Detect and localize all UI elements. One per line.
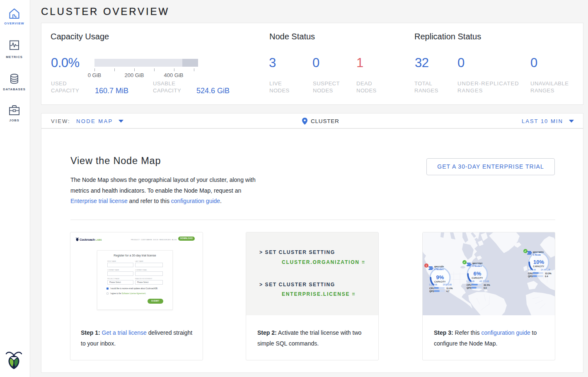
svg-text:CPU: CPU <box>429 287 434 290</box>
svg-text:QPS: QPS <box>429 290 434 292</box>
svg-text:43.7 GiB: 43.7 GiB <box>479 280 489 283</box>
svg-text:2 Nodes: 2 Nodes <box>472 265 482 267</box>
svg-text:3.7 GiB: 3.7 GiB <box>466 280 474 283</box>
svg-text:CPU: CPU <box>528 272 533 275</box>
svg-text:11.0%: 11.0% <box>446 287 452 290</box>
svg-text:1 Node: 1 Node <box>533 254 541 256</box>
svg-text:10%: 10% <box>533 259 544 265</box>
svg-text:geo=ams: geo=ams <box>533 251 544 253</box>
svg-text:✓: ✓ <box>463 261 466 264</box>
svg-text:4.7: 4.7 <box>446 290 450 292</box>
svg-text:QPS: QPS <box>467 287 472 289</box>
svg-text:CPU: CPU <box>467 284 472 286</box>
svg-text:!: ! <box>426 264 427 267</box>
svg-text:geo=sfo: geo=sfo <box>434 265 444 268</box>
svg-text:353 GiB: 353 GiB <box>443 283 452 286</box>
svg-text:0.4: 0.4 <box>545 275 549 278</box>
svg-text:34.6 GiB: 34.6 GiB <box>541 268 550 271</box>
svg-text:2 Nodes: 2 Nodes <box>434 268 444 271</box>
svg-text:0.0: 0.0 <box>484 287 487 289</box>
svg-text:6%: 6% <box>474 271 482 277</box>
svg-text:42.5%: 42.5% <box>484 284 490 286</box>
svg-text:CAPACITY: CAPACITY <box>434 281 446 283</box>
svg-text:13.3%: 13.3% <box>545 272 552 275</box>
svg-text:QPS: QPS <box>528 275 533 278</box>
svg-text:CAPACITY: CAPACITY <box>472 277 483 279</box>
svg-text:3.2 GiB: 3.2 GiB <box>429 283 437 286</box>
svg-text:geo=nyc: geo=nyc <box>472 262 483 264</box>
svg-text:✓: ✓ <box>524 250 527 253</box>
svg-text:9%: 9% <box>436 274 444 280</box>
svg-text:CAPACITY: CAPACITY <box>533 266 544 268</box>
svg-text:3.6 GiB: 3.6 GiB <box>528 268 536 271</box>
